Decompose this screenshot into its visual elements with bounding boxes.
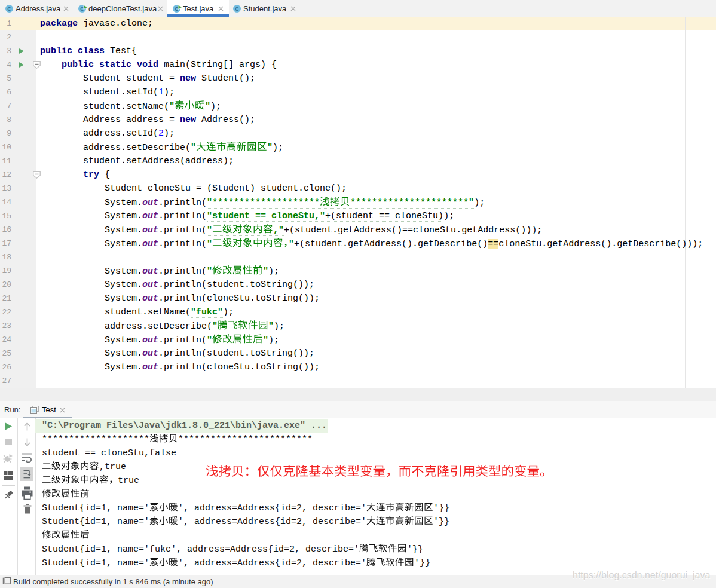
svg-text:C: C — [7, 6, 11, 12]
svg-text:C: C — [235, 6, 239, 12]
